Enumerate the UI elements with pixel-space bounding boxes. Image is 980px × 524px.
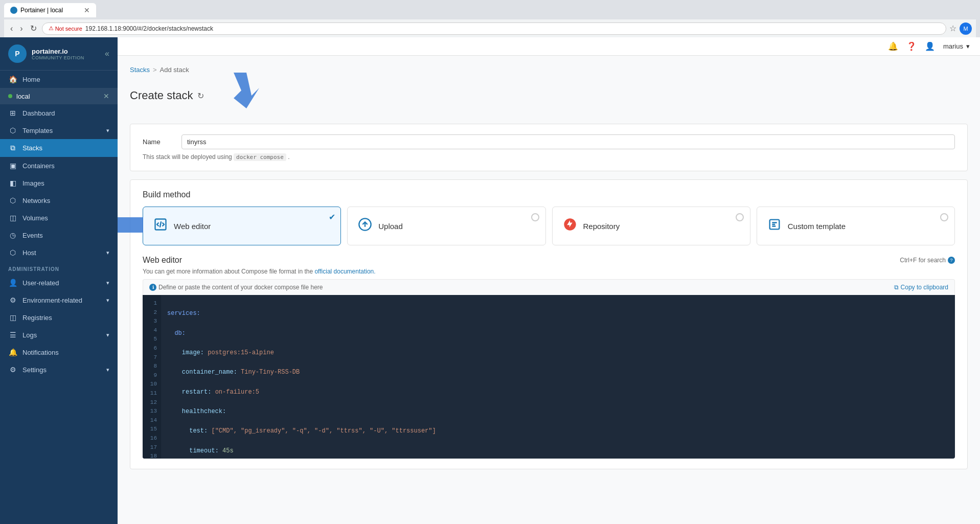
sidebar-item-dashboard[interactable]: ⊞ Dashboard	[0, 104, 118, 122]
custom-template-radio[interactable]	[940, 213, 948, 221]
sidebar-item-host[interactable]: ⬡ Host ▾	[0, 244, 118, 261]
settings-chevron: ▾	[106, 367, 109, 373]
sidebar-item-label-registries: Registries	[22, 314, 52, 322]
topbar-user[interactable]: marius ▾	[943, 42, 970, 50]
sidebar-item-label-events: Events	[22, 232, 43, 239]
editor-section: Web editor Ctrl+F for search ? You can g…	[143, 256, 955, 459]
settings-icon: ⚙	[8, 366, 17, 374]
forward-btn[interactable]: ›	[18, 22, 25, 35]
sidebar-item-notifications[interactable]: 🔔 Notifications	[0, 344, 118, 361]
editor-header: Web editor Ctrl+F for search ?	[143, 256, 955, 265]
search-hint-info-icon[interactable]: ?	[948, 257, 955, 264]
web-editor-checkmark: ✔	[329, 212, 335, 222]
name-input[interactable]	[181, 134, 955, 149]
events-icon: ◷	[8, 231, 17, 239]
sidebar-item-networks[interactable]: ⬡ Networks	[0, 192, 118, 209]
tab-title: Portainer | local	[20, 7, 63, 14]
sidebar-item-events[interactable]: ◷ Events	[0, 226, 118, 244]
sidebar-item-label-volumes: Volumes	[22, 214, 48, 222]
sidebar-item-label-notifications: Notifications	[22, 349, 59, 356]
sidebar-item-volumes[interactable]: ◫ Volumes	[0, 209, 118, 226]
custom-template-label: Custom template	[788, 222, 846, 231]
breadcrumb-current: Add stack	[160, 66, 189, 74]
editor-title: Web editor	[143, 256, 182, 265]
bookmark-btn[interactable]: ☆	[949, 24, 956, 33]
containers-icon: ▣	[8, 162, 17, 170]
sidebar-item-stacks[interactable]: ⧉ Stacks	[0, 139, 118, 157]
upload-radio[interactable]	[531, 213, 539, 221]
browser-tab[interactable]: Portainer | local ✕	[4, 3, 96, 17]
build-method-title: Build method	[143, 190, 955, 199]
clipboard-row: ℹ Define or paste the content of your do…	[143, 279, 955, 295]
svg-marker-2	[118, 212, 143, 238]
breadcrumb-separator: >	[153, 66, 157, 74]
upload-card[interactable]: Upload	[347, 207, 545, 245]
web-editor-card[interactable]: Web editor ✔	[143, 207, 341, 245]
sidebar-item-registries[interactable]: ◫ Registries	[0, 309, 118, 326]
user-related-icon: 👤	[8, 279, 17, 287]
main-content: 🔔 ❓ 👤 marius ▾ Stacks > Add stack Create…	[118, 37, 980, 524]
repository-radio[interactable]	[736, 213, 744, 221]
sidebar-item-label-dashboard: Dashboard	[22, 109, 55, 117]
sidebar-item-label-networks: Networks	[22, 197, 50, 204]
repository-label: Repository	[583, 222, 620, 231]
host-icon: ⬡	[8, 248, 17, 257]
arrow-annotation-down	[223, 73, 264, 108]
logo-area: P portainer.io Community Edition «	[0, 37, 118, 71]
dashboard-icon: ⊞	[8, 109, 17, 117]
sidebar-item-containers[interactable]: ▣ Containers	[0, 157, 118, 174]
upload-icon	[358, 217, 372, 235]
bell-icon[interactable]: 🔔	[888, 41, 898, 51]
editor-hint: You can get more information about Compo…	[143, 268, 955, 275]
official-docs-link[interactable]: official documentation.	[314, 268, 375, 275]
custom-template-card[interactable]: Custom template	[757, 207, 955, 245]
sidebar-item-label-images: Images	[22, 179, 44, 187]
networks-icon: ⬡	[8, 196, 17, 204]
templates-icon: ⬡	[8, 126, 17, 134]
repository-card[interactable]: Repository	[552, 207, 750, 245]
refresh-btn[interactable]: ↻	[197, 91, 204, 101]
sidebar-item-user-related[interactable]: 👤 User-related ▾	[0, 274, 118, 291]
build-methods-grid: Web editor ✔	[143, 207, 955, 245]
sidebar-item-env-related[interactable]: ⚙ Environment-related ▾	[0, 291, 118, 309]
sidebar-item-settings[interactable]: ⚙ Settings ▾	[0, 361, 118, 378]
sidebar-item-label-user-related: User-related	[22, 279, 59, 287]
reload-btn[interactable]: ↻	[28, 21, 39, 35]
logo-text-area: portainer.io Community Edition	[32, 48, 84, 60]
sidebar-item-logs[interactable]: ☰ Logs ▾	[0, 326, 118, 344]
build-method-section: Build method Web editor ✔	[130, 179, 968, 469]
templates-chevron: ▾	[106, 127, 109, 134]
env-close-btn[interactable]: ✕	[103, 92, 109, 100]
tab-close-btn[interactable]: ✕	[84, 6, 90, 14]
host-chevron: ▾	[106, 249, 109, 256]
sidebar-item-label-host: Host	[22, 249, 36, 257]
address-bar[interactable]: ⚠ Not secure 192.168.1.18:9000/#/2/docke…	[42, 22, 946, 35]
sidebar-collapse-btn[interactable]: «	[105, 49, 109, 58]
sidebar-item-home[interactable]: 🏠 Home	[0, 71, 118, 88]
topbar: 🔔 ❓ 👤 marius ▾	[118, 37, 980, 56]
sidebar-item-templates[interactable]: ⬡ Templates ▾	[0, 122, 118, 139]
web-editor-label: Web editor	[174, 222, 211, 231]
help-icon[interactable]: ❓	[906, 41, 917, 51]
back-btn[interactable]: ‹	[8, 22, 15, 35]
clipboard-hint: ℹ Define or paste the content of your do…	[149, 284, 323, 291]
copy-clipboard-btn[interactable]: ⧉ Copy to clipboard	[894, 284, 948, 291]
sidebar-item-images[interactable]: ◧ Images	[0, 174, 118, 192]
line-numbers: 1 2 3 4 5 6 7 8 9 10 11	[143, 295, 161, 459]
user-related-chevron: ▾	[106, 280, 109, 286]
arrow-annotation-left	[118, 212, 143, 238]
name-label: Name	[143, 138, 173, 146]
repository-icon	[563, 217, 577, 235]
stacks-icon: ⧉	[8, 144, 17, 152]
code-content[interactable]: services: db: image: postgres:15-alpine …	[161, 295, 955, 459]
breadcrumb-stacks-link[interactable]: Stacks	[130, 66, 150, 74]
admin-section-label: Administration	[0, 261, 118, 274]
logo-name: portainer.io	[32, 48, 84, 55]
code-editor[interactable]: 1 2 3 4 5 6 7 8 9 10 11	[143, 295, 955, 459]
clipboard-info-icon[interactable]: ℹ	[149, 284, 156, 291]
env-related-icon: ⚙	[8, 296, 17, 304]
profile-btn[interactable]: M	[960, 22, 972, 35]
user-icon[interactable]: 👤	[925, 41, 935, 51]
sidebar-item-label-settings: Settings	[22, 366, 47, 374]
volumes-icon: ◫	[8, 214, 17, 222]
